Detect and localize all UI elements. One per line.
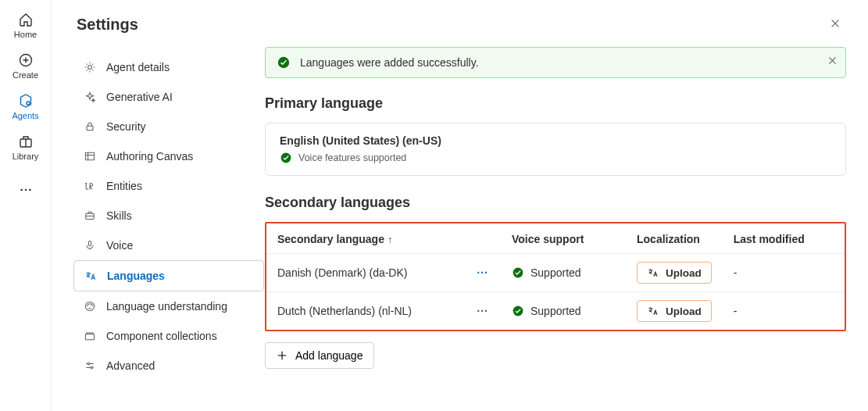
library-icon xyxy=(17,133,34,150)
voice-support-cell: Supported xyxy=(512,266,615,279)
add-language-label: Add language xyxy=(295,349,363,362)
home-icon xyxy=(17,11,34,28)
settings-item-languages[interactable]: Languages xyxy=(73,260,264,291)
check-circle-icon xyxy=(512,305,524,317)
rail-label: Library xyxy=(13,152,39,161)
column-header-localization[interactable]: Localization xyxy=(626,223,723,254)
language-name: Danish (Denmark) (da-DK) xyxy=(277,266,407,279)
column-header-language[interactable]: Secondary language↑ xyxy=(266,223,501,254)
settings-item-generative-ai[interactable]: Generative AI xyxy=(73,82,264,112)
upload-button[interactable]: Upload xyxy=(637,300,712,322)
alert-close-button[interactable] xyxy=(827,55,838,66)
nav-rail: Home Create Agents Library xyxy=(0,0,52,411)
primary-language-name: English (United States) (en-US) xyxy=(280,134,831,147)
last-modified-cell: - xyxy=(723,292,845,331)
upload-button-label: Upload xyxy=(666,267,702,279)
language-name: Dutch (Netherlands) (nl-NL) xyxy=(277,305,412,317)
add-language-button[interactable]: Add language xyxy=(265,342,374,369)
main-content: Languages were added successfully. Prima… xyxy=(265,0,868,411)
plus-icon xyxy=(277,350,288,361)
settings-item-agent-details[interactable]: Agent details xyxy=(73,52,264,82)
settings-item-label: Advanced xyxy=(106,359,155,372)
settings-item-advanced[interactable]: Advanced xyxy=(73,351,264,381)
settings-item-label: Skills xyxy=(106,209,132,222)
secondary-languages-heading: Secondary languages xyxy=(265,195,846,211)
translate-icon xyxy=(647,305,659,317)
settings-item-component-collections[interactable]: Component collections xyxy=(73,321,264,351)
sparkle-icon xyxy=(83,90,97,104)
settings-item-authoring-canvas[interactable]: Authoring Canvas xyxy=(73,141,264,171)
rail-item-library[interactable]: Library xyxy=(1,128,48,167)
settings-item-security[interactable]: Security xyxy=(73,112,264,141)
settings-item-voice[interactable]: Voice xyxy=(73,231,264,260)
rail-label: Create xyxy=(13,70,38,80)
check-circle-icon xyxy=(280,152,292,164)
settings-item-label: Voice xyxy=(106,239,133,252)
check-circle-icon xyxy=(277,55,291,70)
svg-point-5 xyxy=(29,189,31,191)
svg-point-3 xyxy=(20,189,23,191)
settings-item-label: Generative AI xyxy=(106,91,173,103)
settings-item-entities[interactable]: Entities xyxy=(73,171,264,201)
sliders-icon xyxy=(83,359,97,373)
table-row: Danish (Denmark) (da-DK) ··· Supported U… xyxy=(266,254,845,292)
settings-item-skills[interactable]: Skills xyxy=(73,201,264,231)
rail-item-create[interactable]: Create xyxy=(1,47,48,86)
column-header-modified[interactable]: Last modified xyxy=(723,223,845,254)
settings-item-language-understanding[interactable]: Language understanding xyxy=(73,291,264,321)
settings-item-label: Agent details xyxy=(106,61,170,73)
column-header-voice[interactable]: Voice support xyxy=(501,223,626,254)
rail-item-agents[interactable]: Agents xyxy=(1,88,48,127)
upload-button[interactable]: Upload xyxy=(637,262,712,284)
primary-language-heading: Primary language xyxy=(265,95,846,112)
settings-item-label: Languages xyxy=(107,270,165,282)
close-icon xyxy=(830,18,841,29)
gear-icon xyxy=(83,60,97,74)
rail-item-home[interactable]: Home xyxy=(1,6,48,45)
rail-label: Home xyxy=(14,30,37,39)
upload-button-label: Upload xyxy=(666,306,702,317)
languages-icon xyxy=(84,269,98,283)
svg-rect-10 xyxy=(88,241,91,245)
check-circle-icon xyxy=(512,266,524,279)
translate-icon xyxy=(647,266,659,279)
settings-item-label: Component collections xyxy=(106,330,217,342)
svg-rect-12 xyxy=(85,334,94,340)
voice-support-text: Supported xyxy=(530,266,581,279)
svg-rect-8 xyxy=(85,152,94,160)
close-icon xyxy=(827,55,838,66)
primary-language-status-text: Voice features supported xyxy=(298,152,406,163)
collection-icon xyxy=(83,329,97,343)
svg-point-14 xyxy=(91,366,93,369)
settings-item-label: Authoring Canvas xyxy=(106,150,193,163)
table-row: Dutch (Netherlands) (nl-NL) ··· Supporte… xyxy=(266,292,845,331)
plus-circle-icon xyxy=(17,52,34,69)
microphone-icon xyxy=(83,238,97,252)
svg-point-1 xyxy=(27,102,30,105)
more-horizontal-icon xyxy=(17,181,34,198)
voice-support-text: Supported xyxy=(530,305,581,317)
success-alert: Languages were added successfully. xyxy=(265,47,846,78)
svg-point-11 xyxy=(85,302,94,310)
sort-ascending-icon: ↑ xyxy=(388,234,392,245)
agents-icon xyxy=(17,92,34,109)
briefcase-icon xyxy=(83,209,97,223)
row-more-button[interactable]: ··· xyxy=(472,305,493,317)
rail-label: Agents xyxy=(12,111,38,120)
settings-panel: Settings Agent details Generative AI Sec… xyxy=(52,0,265,411)
rail-item-more[interactable] xyxy=(1,177,48,205)
svg-point-13 xyxy=(88,363,90,365)
secondary-languages-table: Secondary language↑ Voice support Locali… xyxy=(266,223,845,330)
settings-item-label: Security xyxy=(106,120,146,133)
settings-nav: Agent details Generative AI Security Aut… xyxy=(73,52,260,381)
understanding-icon xyxy=(83,299,97,313)
close-settings-button[interactable] xyxy=(824,13,846,34)
secondary-languages-table-highlight: Secondary language↑ Voice support Locali… xyxy=(265,222,846,331)
row-more-button[interactable]: ··· xyxy=(472,266,493,279)
alert-message: Languages were added successfully. xyxy=(300,56,479,69)
entities-icon xyxy=(83,179,97,193)
settings-item-label: Entities xyxy=(106,180,142,192)
svg-point-6 xyxy=(88,66,92,70)
voice-support-cell: Supported xyxy=(512,305,615,317)
svg-point-4 xyxy=(24,189,27,191)
